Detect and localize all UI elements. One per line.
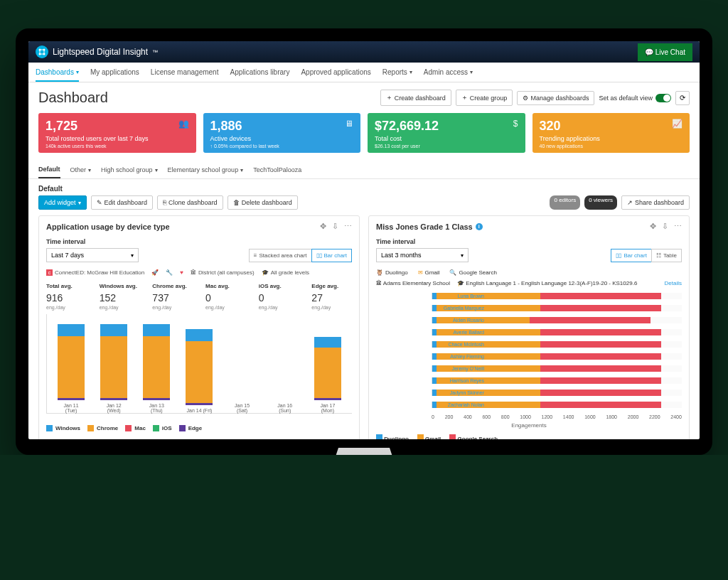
widget-class: Miss Jones Grade 1 Class i ✥ ⇩ ⋯ Time in…	[368, 215, 690, 439]
student-name: Harrison Reyes	[432, 378, 484, 383]
stat: iOS avg.0eng./day	[259, 283, 299, 310]
dashboard-tab[interactable]: TechToolPalooza	[253, 163, 301, 178]
widget1-title: Application usage by device type	[46, 222, 170, 231]
dashboard-tab[interactable]: Default	[38, 163, 60, 178]
dashboard-group-tabs: DefaultOther ▾High school group ▾Element…	[28, 160, 700, 179]
delete-dashboard-button[interactable]: 🗑 Delete dashboard	[228, 195, 298, 210]
download-widget-icon[interactable]: ⇩	[662, 222, 668, 231]
class-hbar-chart: Luna BrownGabriella MarquezAiden Rosario…	[376, 291, 682, 419]
create-group-button[interactable]: ＋ Create group	[456, 90, 513, 106]
app-chip[interactable]: ✉ Gmail	[418, 269, 440, 276]
clone-dashboard-button[interactable]: ⎘ Clone dashboard	[157, 195, 223, 210]
district-filter[interactable]: 🏛 District (all campuses)	[191, 269, 255, 276]
legend-item: Edge	[179, 425, 203, 431]
stat: Chrome avg.737eng./day	[152, 283, 193, 310]
kpi-card[interactable]: $72,669.12Total cost$26.13 cost per user…	[368, 113, 525, 153]
legend-item: Gmail	[417, 434, 441, 439]
kpi-card[interactable]: 1,725Total rostered users over last 7 da…	[38, 113, 196, 153]
stat: Windows avg.152eng./day	[100, 283, 140, 310]
legend-item: Mac	[125, 425, 146, 431]
dashboard-actions: Add widget ▾ ✎ Edit dashboard ⎘ Clone da…	[28, 195, 700, 215]
default-view-toggle[interactable]: Set as default view	[599, 94, 671, 102]
stat: Total avg.916eng./day	[46, 283, 87, 310]
widget-app-usage: Application usage by device type ✥ ⇩ ⋯ T…	[38, 215, 360, 439]
tab-dashboards[interactable]: Dashboards ▾	[36, 64, 79, 82]
app-chip[interactable]: 🦉 Duolingo	[376, 269, 408, 276]
wrench-icon: 🔧	[166, 269, 173, 276]
details-link[interactable]: Details	[665, 280, 682, 286]
legend-item: Google Search	[449, 434, 498, 439]
rocket-icon: 🚀	[151, 269, 159, 276]
stacked-chart-toggle[interactable]: ≡ Stacked area chart	[249, 249, 311, 262]
usage-bar-chart: Engagements (avg.) Jan 11 (Tue)Jan 12 (W…	[46, 314, 352, 414]
interval-select[interactable]: Last 7 days▾	[46, 248, 139, 262]
heart-icon: ♥	[180, 269, 183, 276]
class-chip[interactable]: 🎓 English Language 1 - English Language …	[457, 280, 637, 286]
viewers-badge: 0 viewers	[584, 195, 617, 210]
kpi-card[interactable]: 1,886Active devices↑ 0.05% compared to l…	[203, 113, 361, 153]
student-name: Chace McIntosh	[432, 342, 484, 347]
nav-tabs: Dashboards ▾My applicationsLicense manag…	[28, 63, 700, 82]
kpi-row: 1,725Total rostered users over last 7 da…	[28, 110, 700, 160]
widget-menu-icon[interactable]: ⋯	[344, 222, 352, 231]
stat: Edge avg.27eng./day	[311, 283, 352, 310]
legend-item: Duolingo	[376, 434, 409, 439]
dashboard-tab[interactable]: Other ▾	[70, 163, 92, 178]
tab-reports[interactable]: Reports ▾	[382, 68, 412, 76]
live-chat-button[interactable]: 💬 Live Chat	[638, 43, 692, 61]
bar-chart-toggle-2[interactable]: ▯▯ Bar chart	[611, 249, 651, 262]
brand-bar: Lightspeed Digital Insight™ 💬 Live Chat	[28, 41, 700, 63]
edit-dashboard-button[interactable]: ✎ Edit dashboard	[91, 195, 154, 210]
brand: Lightspeed Digital Insight™	[36, 45, 158, 58]
app-chip[interactable]: 🔍 Google Search	[449, 269, 496, 276]
bar-chart-toggle[interactable]: ▯▯ Bar chart	[311, 249, 352, 262]
editors-badge: 0 editors	[550, 195, 580, 210]
kpi-card[interactable]: 320Trending applications40 new applicati…	[532, 113, 690, 153]
student-name: Aiden Rosario	[432, 318, 484, 323]
interval-label: Time interval	[46, 238, 352, 245]
brand-title: Lightspeed Digital Insight	[53, 47, 148, 57]
dashboard-tab[interactable]: High school group ▾	[101, 163, 158, 178]
legend-item: Chrome	[87, 425, 118, 431]
tab-admin-access[interactable]: Admin access ▾	[424, 68, 473, 76]
tab-approved-applications[interactable]: Approved applications	[301, 68, 370, 76]
student-name: Averie Ballard	[432, 330, 484, 335]
school-chip[interactable]: 🏛 Adams Elementary School	[376, 280, 450, 286]
page-header: Dashboard ＋ Create dashboard ＋ Create gr…	[28, 82, 700, 110]
stat: Mac avg.0eng./day	[205, 283, 246, 310]
table-toggle[interactable]: ☷ Table	[651, 249, 682, 262]
legend-item: Windows	[46, 425, 80, 431]
create-dashboard-button[interactable]: ＋ Create dashboard	[380, 90, 451, 106]
manage-dashboards-button[interactable]: ⚙ Manage dashboards	[517, 91, 594, 105]
app-chip[interactable]: cConnectED: McGraw Hill Education	[46, 269, 144, 276]
interval-select-2[interactable]: Last 3 months▾	[376, 248, 469, 262]
section-label: Default	[28, 179, 700, 195]
move-widget-icon[interactable]: ✥	[320, 222, 326, 231]
refresh-button[interactable]: ⟳	[675, 91, 690, 105]
brand-logo-icon	[36, 45, 48, 58]
student-name: Jeremy O'Neill	[432, 366, 484, 371]
tab-my-applications[interactable]: My applications	[90, 68, 139, 76]
move-widget-icon[interactable]: ✥	[650, 222, 656, 231]
page-title: Dashboard	[38, 90, 108, 106]
student-name: Ashley Fleming	[432, 354, 484, 359]
widget-menu-icon[interactable]: ⋯	[674, 222, 682, 231]
student-name: Jadynn Skinner	[432, 390, 484, 395]
student-name: Gabriella Marquez	[432, 306, 484, 311]
legend-item: iOS	[153, 425, 172, 431]
tab-license-management[interactable]: License management	[151, 68, 219, 76]
share-dashboard-button[interactable]: ↗ Share dashboard	[621, 195, 690, 210]
tab-applications-library[interactable]: Applications library	[230, 68, 289, 76]
dashboard-tab[interactable]: Elementary school group ▾	[168, 163, 244, 178]
info-icon[interactable]: i	[476, 223, 483, 230]
interval-label: Time interval	[376, 238, 682, 245]
download-widget-icon[interactable]: ⇩	[332, 222, 338, 231]
student-name: Luna Brown	[432, 294, 484, 299]
widget2-title: Miss Jones Grade 1 Class i	[376, 222, 483, 231]
student-name: Zachariah Nolan	[432, 402, 484, 407]
add-widget-button[interactable]: Add widget ▾	[38, 195, 87, 210]
grade-filter[interactable]: 🎓 All grade levels	[262, 269, 309, 276]
